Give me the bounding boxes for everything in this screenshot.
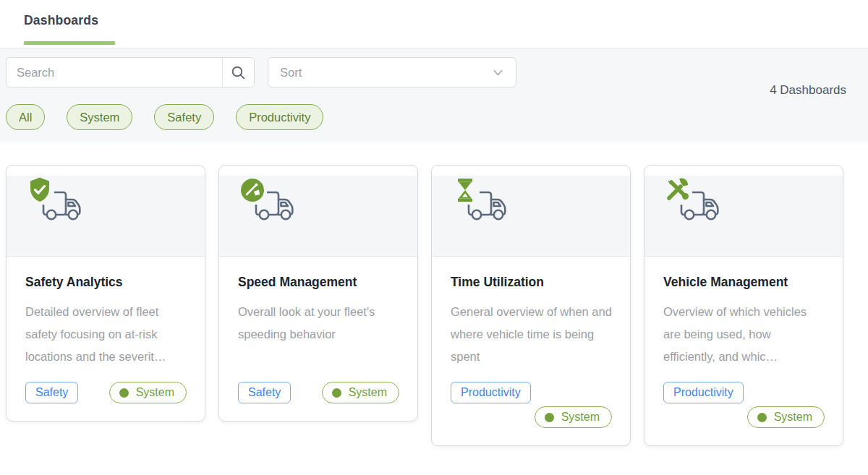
card-body: Vehicle Management Overview of which veh… <box>644 257 843 445</box>
tag-productivity: Productivity <box>663 382 744 403</box>
card-body: Time Utilization General overview of whe… <box>432 257 630 445</box>
card-icon <box>451 176 545 241</box>
tag-label: Safety <box>35 386 68 399</box>
card-description: Detailed overview of fleet safety focusi… <box>25 301 187 371</box>
search-box <box>6 57 255 87</box>
card-title: Vehicle Management <box>663 275 825 290</box>
shield-check-icon <box>25 176 54 205</box>
tab-bar: Dashboards <box>0 0 868 48</box>
tag-label: Safety <box>248 386 281 399</box>
tab-dashboards-label: Dashboards <box>24 13 98 27</box>
tag-safety: Safety <box>25 382 78 403</box>
card-description: Overall look at your fleet's speeding be… <box>238 301 399 371</box>
speedometer-icon <box>238 176 267 205</box>
tag-system: System <box>322 382 399 403</box>
filter-pill-all[interactable]: All <box>6 104 45 130</box>
card-icon-area <box>644 176 843 257</box>
filter-section: Sort AllSystemSafetyProductivity 4 Dashb… <box>0 48 868 142</box>
dashboard-grid: Safety Analytics Detailed overview of fl… <box>0 142 868 446</box>
search-sort-row: Sort <box>6 57 846 87</box>
card-tags: ProductivitySystem <box>451 382 612 428</box>
tools-icon <box>663 176 692 205</box>
card-icon-area <box>7 176 205 257</box>
dashboard-card[interactable]: Vehicle Management Overview of which veh… <box>644 165 843 446</box>
sort-dropdown-label: Sort <box>280 66 302 80</box>
chevron-down-icon <box>492 67 504 79</box>
dashboard-card[interactable]: Safety Analytics Detailed overview of fl… <box>6 165 205 421</box>
filter-pill-safety[interactable]: Safety <box>154 104 214 130</box>
card-icon-area <box>432 176 630 257</box>
dashboard-count: 4 Dashboards <box>770 83 846 98</box>
system-dot-icon <box>119 388 129 398</box>
category-filter-row: AllSystemSafetyProductivity <box>6 104 846 130</box>
card-icon-area <box>219 176 417 257</box>
system-dot-icon <box>757 413 767 422</box>
tag-label: System <box>349 386 387 399</box>
dashboard-card[interactable]: Speed Management Overall look at your fl… <box>218 165 418 421</box>
filter-pill-system[interactable]: System <box>67 104 132 130</box>
card-description: Overview of which vehicles are being use… <box>663 301 825 371</box>
card-description: General overview of when and where vehic… <box>451 301 612 371</box>
tab-dashboards[interactable]: Dashboards <box>24 0 98 48</box>
card-title: Time Utilization <box>451 275 612 290</box>
card-body: Speed Management Overall look at your fl… <box>219 257 417 421</box>
card-title: Safety Analytics <box>25 275 187 290</box>
tag-system: System <box>747 406 825 428</box>
search-icon[interactable] <box>223 58 254 87</box>
active-tab-indicator <box>24 41 115 45</box>
hourglass-icon <box>451 176 480 205</box>
tag-label: System <box>561 411 600 424</box>
tag-label: System <box>774 411 812 424</box>
card-tags: SafetySystem <box>25 382 187 403</box>
sort-dropdown[interactable]: Sort <box>268 57 516 87</box>
tag-system: System <box>109 382 187 403</box>
tag-system: System <box>535 406 612 428</box>
system-dot-icon <box>545 413 554 422</box>
tag-label: Productivity <box>461 386 521 399</box>
tag-productivity: Productivity <box>451 382 531 403</box>
tag-label: Productivity <box>673 386 733 399</box>
card-icon <box>238 176 332 241</box>
card-tags: ProductivitySystem <box>663 382 825 428</box>
tag-safety: Safety <box>238 382 291 403</box>
tag-label: System <box>136 386 174 399</box>
card-title: Speed Management <box>238 275 399 290</box>
card-icon <box>663 176 757 241</box>
dashboard-card[interactable]: Time Utilization General overview of whe… <box>431 165 631 446</box>
filter-pill-productivity[interactable]: Productivity <box>236 104 323 130</box>
card-tags: SafetySystem <box>238 382 399 403</box>
card-icon <box>25 176 119 241</box>
system-dot-icon <box>332 388 341 398</box>
card-body: Safety Analytics Detailed overview of fl… <box>7 257 205 421</box>
search-input[interactable] <box>7 58 222 87</box>
